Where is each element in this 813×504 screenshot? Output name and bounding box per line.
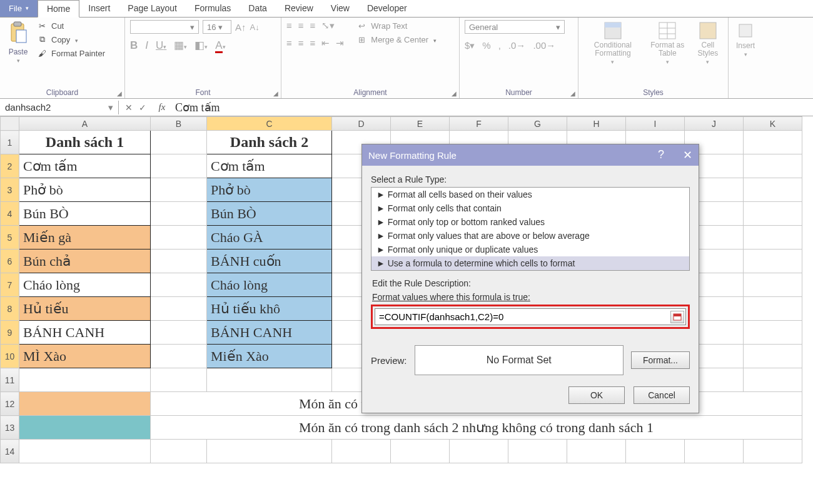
cell-K1[interactable] [744,131,802,154]
menu-tab-home[interactable]: Home [38,0,79,18]
font-launcher-icon[interactable]: ◢ [273,90,278,97]
name-box[interactable]: danhsach2 ▾ [0,101,119,114]
cell-G14[interactable] [508,440,567,463]
cell-C11[interactable] [207,368,332,392]
cell-C3[interactable]: Phở bò [207,178,332,202]
cell-A8[interactable]: Hủ tiếu [19,297,151,321]
cell-C1[interactable]: Danh sách 2 [207,131,332,154]
conditional-formatting-button[interactable]: Conditional Formatting▾ [583,20,642,66]
cancel-button[interactable]: Cancel [634,386,690,404]
row-header-4[interactable]: 4 [1,202,19,226]
align-center-icon[interactable]: ≡ [298,38,304,49]
col-header-K[interactable]: K [744,117,802,131]
percent-button[interactable]: % [482,40,490,51]
font-color-button[interactable]: A▾ [215,39,225,52]
cell-B7[interactable] [151,273,207,297]
cell-B9[interactable] [151,321,207,345]
col-header-G[interactable]: G [508,117,567,131]
cell-K4[interactable] [744,202,802,226]
format-button[interactable]: Format... [631,351,690,369]
border-button[interactable]: ▦▾ [174,39,187,52]
merge-center-button[interactable]: ⊞Merge & Center [355,34,438,45]
dialog-titlebar[interactable]: New Formatting Rule ? ✕ [362,144,699,166]
cell-C14[interactable] [207,440,332,463]
row-header-14[interactable]: 14 [1,440,19,463]
cell-K2[interactable] [744,154,802,178]
refedit-icon[interactable] [670,311,684,323]
cell-A10[interactable]: MÌ Xào [19,345,151,368]
enter-formula-icon[interactable]: ✓ [139,103,146,113]
row-header-13[interactable]: 13 [1,416,19,440]
orientation-icon[interactable]: ⤡▾ [321,20,335,31]
align-right-icon[interactable]: ≡ [310,38,316,49]
font-name-combo[interactable]: ▾ [130,20,199,34]
close-icon[interactable]: ✕ [683,148,692,162]
copy-button[interactable]: ⧉Copy [35,34,106,45]
formula-input-field[interactable] [375,309,669,325]
cell-K8[interactable] [744,297,802,321]
cell-B11[interactable] [151,368,207,392]
menu-tab-page-layout[interactable]: Page Layout [119,0,186,17]
cell-A9[interactable]: BÁNH CANH [19,321,151,345]
cell-A5[interactable]: Miến gà [19,226,151,249]
align-top-icon[interactable]: ≡ [286,20,292,31]
currency-button[interactable]: $▾ [465,40,475,51]
indent-dec-icon[interactable]: ⇤ [321,38,330,49]
cell-K3[interactable] [744,178,802,202]
col-header-C[interactable]: C [207,117,332,131]
cell-K5[interactable] [744,226,802,249]
select-all-corner[interactable] [1,117,19,131]
number-format-combo[interactable]: General▾ [465,20,565,34]
row-header-1[interactable]: 1 [1,131,19,154]
row-header-8[interactable]: 8 [1,297,19,321]
row-header-9[interactable]: 9 [1,321,19,345]
help-icon[interactable]: ? [658,148,664,162]
italic-button[interactable]: I [145,39,148,52]
rule-type-item[interactable]: ► Format all cells based on their values [371,188,689,201]
rule-type-item[interactable]: ► Format only top or bottom ranked value… [371,215,689,229]
rule-type-item[interactable]: ► Format only cells that contain [371,201,689,215]
cell-K9[interactable] [744,321,802,345]
cell-A7[interactable]: Cháo lòng [19,273,151,297]
cell-K6[interactable] [744,249,802,273]
row-header-5[interactable]: 5 [1,226,19,249]
menu-tab-formulas[interactable]: Formulas [186,0,240,17]
format-as-table-button[interactable]: Format as Table▾ [646,20,689,66]
cell-B1[interactable] [151,131,207,154]
menu-tab-review[interactable]: Review [276,0,322,17]
cell-C8[interactable]: Hủ tiếu khô [207,297,332,321]
cell-A2[interactable]: Cơm tấm [19,154,151,178]
align-left-icon[interactable]: ≡ [286,38,292,49]
cell-H14[interactable] [567,440,626,463]
cell-A12[interactable] [19,392,151,416]
cell-B4[interactable] [151,202,207,226]
cell-A11[interactable] [19,368,151,392]
col-header-H[interactable]: H [567,117,626,131]
cell-A4[interactable]: Bún BÒ [19,202,151,226]
cell-C4[interactable]: Bún BÒ [207,202,332,226]
menu-tab-view[interactable]: View [322,0,358,17]
cell-A1[interactable]: Danh sách 1 [19,131,151,154]
cell-E14[interactable] [391,440,450,463]
cell-B2[interactable] [151,154,207,178]
row-header-2[interactable]: 2 [1,154,19,178]
ok-button[interactable]: OK [568,386,625,404]
bold-button[interactable]: B [130,39,138,52]
fx-icon[interactable]: fx [153,102,171,113]
number-launcher-icon[interactable]: ◢ [570,90,575,97]
row-header-6[interactable]: 6 [1,249,19,273]
cell-B8[interactable] [151,297,207,321]
row-header-11[interactable]: 11 [1,368,19,392]
shrink-font-icon[interactable]: A↓ [250,23,260,32]
cancel-formula-icon[interactable]: ✕ [125,103,133,113]
col-header-E[interactable]: E [391,117,450,131]
cut-button[interactable]: ✂Cut [35,20,106,31]
rule-type-item[interactable]: ► Format only unique or duplicate values [371,243,689,256]
cell-A6[interactable]: Bún chả [19,249,151,273]
grow-font-icon[interactable]: A↑ [235,22,246,33]
menu-tab-developer[interactable]: Developer [358,0,416,17]
rule-type-list[interactable]: ► Format all cells based on their values… [371,187,690,271]
col-header-I[interactable]: I [626,117,685,131]
cell-C2[interactable]: Cơm tấm [207,154,332,178]
cell-B5[interactable] [151,226,207,249]
